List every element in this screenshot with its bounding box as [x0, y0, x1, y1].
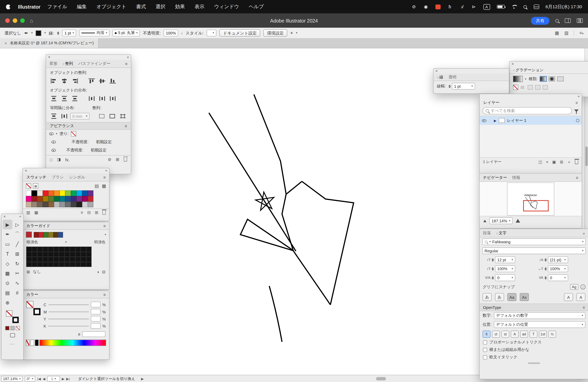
tab-color-guide[interactable]: カラーガイド — [26, 223, 50, 228]
opentype-feature-button[interactable]: ½ — [548, 331, 556, 338]
stroke-gradient-within-icon[interactable] — [528, 85, 533, 90]
gradient-preview-swatch[interactable] — [513, 76, 523, 82]
collapse-icon[interactable]: « — [19, 214, 21, 218]
variation-swatch[interactable] — [59, 257, 64, 262]
align-vcenter-button[interactable] — [97, 77, 107, 85]
zoom-tool-icon[interactable]: ⊕ — [2, 298, 12, 307]
font-size-field[interactable]: 12 pt▾ — [495, 256, 515, 263]
fill-color-well[interactable] — [26, 301, 33, 308]
visibility-eye-icon[interactable] — [51, 149, 56, 152]
visibility-eye-icon[interactable] — [51, 141, 56, 143]
magenta-slider[interactable] — [49, 311, 89, 312]
yellow-slider[interactable] — [48, 318, 89, 319]
close-icon[interactable]: × — [512, 62, 514, 66]
filter-icon[interactable] — [574, 109, 579, 112]
preferences-button[interactable]: 環境設定 — [263, 29, 287, 37]
new-fill-icon[interactable]: ◨ — [57, 157, 61, 162]
opentype-feature-button[interactable]: ad — [520, 331, 528, 338]
align-top-button[interactable] — [87, 77, 96, 85]
align-left-button[interactable] — [49, 77, 59, 85]
variation-swatch[interactable] — [37, 252, 42, 257]
expand-chevron-icon[interactable]: ▾ — [56, 132, 57, 135]
effects-button[interactable]: fx. — [65, 157, 70, 162]
variation-swatch[interactable] — [32, 247, 37, 252]
type-tool-icon[interactable]: T — [2, 249, 12, 259]
horizontal-scale-stepper[interactable] — [544, 267, 546, 270]
color-swatch[interactable] — [88, 201, 93, 207]
search-icon[interactable] — [555, 19, 559, 22]
color-swatch[interactable] — [48, 196, 54, 202]
variation-swatch[interactable] — [86, 257, 91, 262]
locate-object-icon[interactable]: ⌖ — [546, 160, 548, 164]
document-tab[interactable]: × 名称未設定-1* @ 187.14 % (CMYK/プレビュー) — [0, 38, 99, 48]
color-swatch[interactable] — [43, 201, 48, 207]
appearance-opacity-row[interactable]: 不透明度: 初期設定 — [46, 146, 131, 154]
magenta-value-field[interactable] — [91, 309, 100, 315]
stroke-width-stepper[interactable] — [448, 84, 451, 88]
variation-swatch[interactable] — [75, 262, 81, 267]
color-swatch[interactable] — [39, 232, 43, 238]
direct-selection-tool-icon[interactable]: ▷ — [12, 220, 22, 229]
opentype-feature-button[interactable]: st — [501, 331, 509, 338]
vertical-scale-stepper[interactable] — [492, 267, 494, 270]
opentype-feature-button[interactable]: A — [511, 331, 519, 338]
registration-swatch[interactable]: ⊕ — [33, 183, 38, 189]
kana-alternates-checkbox[interactable] — [483, 348, 487, 352]
collapse-icon[interactable]: « — [578, 94, 579, 98]
variation-swatch[interactable] — [32, 257, 37, 262]
character-option-button[interactable]: A — [576, 293, 586, 301]
panel-menu-icon[interactable]: ≡ — [103, 223, 106, 228]
tab-brushes[interactable]: ブラシ — [52, 175, 64, 180]
freeform-gradient-icon[interactable] — [557, 76, 564, 81]
opacity-expand-icon[interactable]: › — [181, 31, 183, 35]
stroke-width-stepper[interactable] — [57, 31, 59, 35]
color-swatch[interactable] — [34, 232, 39, 238]
none-mode-icon[interactable] — [16, 326, 20, 330]
variation-swatch[interactable] — [70, 257, 75, 262]
tab-character[interactable]: 文字 — [496, 230, 506, 236]
close-document-icon[interactable]: × — [4, 41, 7, 45]
variation-swatch[interactable] — [26, 257, 32, 262]
control-center-icon[interactable] — [533, 4, 539, 9]
character-option-button[interactable]: あ — [495, 293, 504, 301]
cyan-value-field[interactable] — [91, 302, 100, 307]
variation-swatch[interactable] — [59, 252, 64, 257]
color-fill-mode-icon[interactable] — [5, 326, 9, 330]
layer-thumbnail[interactable] — [499, 118, 505, 123]
font-family-field[interactable]: ▾ Fahkwang ▾ — [482, 238, 586, 245]
panel-resize-handle[interactable] — [528, 362, 540, 364]
variation-swatch[interactable] — [86, 252, 91, 257]
screen-mode-icon[interactable] — [10, 333, 15, 337]
color-swatch[interactable] — [82, 196, 88, 202]
limit-colors-icon[interactable]: ⊞ — [27, 270, 30, 274]
color-swatch[interactable] — [32, 190, 37, 196]
variation-chevron-icon[interactable]: ▾ — [65, 241, 67, 243]
record-app-icon[interactable] — [435, 4, 441, 9]
grid-view-icon[interactable]: ▦ — [555, 30, 559, 36]
character-option-button[interactable]: あ — [483, 293, 492, 301]
variation-swatch[interactable] — [64, 257, 70, 262]
horizontal-scale-field[interactable]: 100%▾ — [548, 265, 568, 272]
workspace-switcher-icon[interactable] — [577, 19, 583, 23]
close-icon[interactable]: × — [48, 55, 50, 59]
transform-tool-icon[interactable]: ⊞ — [12, 249, 22, 259]
align-right-button[interactable] — [70, 77, 80, 85]
color-swatch[interactable] — [26, 190, 32, 196]
spotlight-icon[interactable] — [523, 5, 527, 8]
variation-swatch[interactable] — [42, 262, 48, 267]
variation-swatch[interactable] — [26, 247, 32, 252]
font-style-field[interactable]: Regular ▾ — [482, 247, 586, 254]
color-swatch[interactable] — [48, 201, 54, 207]
stroke-color-well[interactable] — [12, 317, 19, 323]
shape-builder-tool-icon[interactable]: ◇ — [2, 259, 12, 268]
rectangle-tool-icon[interactable]: ▭ — [2, 239, 12, 249]
panel-menu-icon[interactable]: ≡ — [103, 175, 106, 180]
tab-info[interactable]: 情報 — [512, 175, 520, 180]
color-swatch[interactable] — [43, 196, 48, 202]
swatch-libraries-icon[interactable]: ▥ — [26, 210, 30, 215]
variation-swatch[interactable] — [64, 247, 70, 252]
prev-artboard-icon[interactable]: ◀ — [43, 377, 45, 381]
align-to-artboard-button[interactable] — [118, 112, 127, 120]
tracking-stepper[interactable] — [544, 276, 546, 279]
list-view-icon[interactable]: ▤ — [95, 183, 99, 189]
